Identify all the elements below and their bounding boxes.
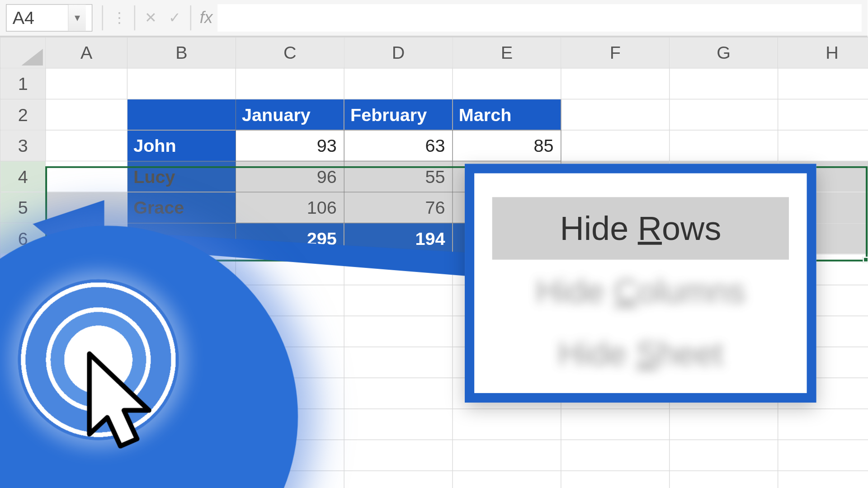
cell[interactable] xyxy=(561,409,670,440)
name-box-value: A4 xyxy=(13,8,65,28)
menu-label-pre: Hide xyxy=(558,335,636,372)
divider xyxy=(134,5,136,30)
menu-label-accel: S xyxy=(636,335,658,372)
row-header-3[interactable]: 3 xyxy=(0,130,46,161)
formula-input[interactable] xyxy=(217,4,862,32)
cell[interactable] xyxy=(344,285,453,316)
confirm-formula-icon[interactable]: ✓ xyxy=(163,9,187,26)
val-lucy-jan[interactable]: 96 xyxy=(236,161,344,192)
row-header-2[interactable]: 2 xyxy=(0,99,46,130)
formula-bar: A4 ▾ ⋮ ✕ ✓ fx xyxy=(0,0,868,37)
cell[interactable] xyxy=(127,68,236,99)
cell[interactable] xyxy=(46,99,127,130)
cell[interactable] xyxy=(344,378,453,409)
hide-menu-popup: Hide Rows Hide Columns Hide Sheet xyxy=(465,164,816,403)
cell[interactable] xyxy=(670,68,778,99)
val-john-jan[interactable]: 93 xyxy=(236,130,344,161)
cell[interactable] xyxy=(344,440,453,471)
cell[interactable] xyxy=(670,409,778,440)
menu-label-post: olumns xyxy=(638,272,745,310)
menu-label-post: ows xyxy=(662,210,721,247)
col-header-a[interactable]: A xyxy=(46,37,127,68)
menu-item-hide-columns[interactable]: Hide Columns xyxy=(492,260,789,322)
cell[interactable] xyxy=(561,68,670,99)
name-box-dropdown-icon[interactable]: ▾ xyxy=(68,5,86,31)
menu-item-hide-rows[interactable]: Hide Rows xyxy=(492,197,789,259)
cell[interactable] xyxy=(46,68,127,99)
cell[interactable] xyxy=(344,254,453,285)
name-lucy[interactable]: Lucy xyxy=(127,161,236,192)
cell[interactable] xyxy=(453,409,561,440)
cell[interactable] xyxy=(778,440,868,471)
cell[interactable] xyxy=(344,471,453,488)
val-grace-jan[interactable]: 106 xyxy=(236,192,344,223)
cell[interactable] xyxy=(344,409,453,440)
col-header-h[interactable]: H xyxy=(778,37,868,68)
cell[interactable] xyxy=(670,130,778,161)
cell[interactable] xyxy=(453,68,561,99)
row-header-1[interactable]: 1 xyxy=(0,68,46,99)
cell[interactable] xyxy=(561,130,670,161)
svg-marker-1 xyxy=(90,354,149,446)
col-header-c[interactable]: C xyxy=(236,37,344,68)
cursor-icon xyxy=(84,351,167,458)
cell[interactable] xyxy=(344,316,453,347)
val-grace-feb[interactable]: 76 xyxy=(344,192,453,223)
cell[interactable] xyxy=(453,440,561,471)
col-header-d[interactable]: D xyxy=(344,37,453,68)
table-header-mar[interactable]: March xyxy=(453,99,561,130)
menu-label-accel: C xyxy=(613,272,637,310)
col-header-g[interactable]: G xyxy=(670,37,778,68)
cell[interactable] xyxy=(236,254,344,285)
cell[interactable] xyxy=(778,130,868,161)
table-header-blank[interactable] xyxy=(127,99,236,130)
menu-label-pre: Hide xyxy=(560,210,637,247)
cell[interactable] xyxy=(778,471,868,488)
cell[interactable] xyxy=(561,471,670,488)
table-header-feb[interactable]: February xyxy=(344,99,453,130)
cell[interactable] xyxy=(561,99,670,130)
name-grace[interactable]: Grace xyxy=(127,192,236,223)
cell[interactable] xyxy=(453,471,561,488)
divider xyxy=(190,5,191,30)
cell[interactable] xyxy=(561,440,670,471)
cell[interactable] xyxy=(344,347,453,378)
val-john-feb[interactable]: 63 xyxy=(344,130,453,161)
cell[interactable] xyxy=(778,99,868,130)
cell[interactable] xyxy=(670,471,778,488)
col-header-b[interactable]: B xyxy=(127,37,236,68)
menu-label-post: heet xyxy=(658,335,723,372)
cell[interactable] xyxy=(778,68,868,99)
more-options-icon[interactable]: ⋮ xyxy=(107,9,131,26)
table-header-jan[interactable]: January xyxy=(236,99,344,130)
col-header-f[interactable]: F xyxy=(561,37,670,68)
total-jan[interactable]: 295 xyxy=(236,223,344,254)
cell[interactable] xyxy=(670,99,778,130)
menu-item-hide-sheet[interactable]: Hide Sheet xyxy=(492,322,789,385)
menu-label-accel: R xyxy=(638,210,662,247)
cell[interactable] xyxy=(778,409,868,440)
val-lucy-feb[interactable]: 55 xyxy=(344,161,453,192)
cell[interactable] xyxy=(344,68,453,99)
col-header-e[interactable]: E xyxy=(453,37,561,68)
cell[interactable] xyxy=(236,68,344,99)
select-all-corner[interactable] xyxy=(0,37,46,68)
menu-label-pre: Hide xyxy=(536,272,613,310)
cell[interactable] xyxy=(46,130,127,161)
name-box[interactable]: A4 ▾ xyxy=(6,4,92,32)
fx-icon[interactable]: fx xyxy=(195,8,217,27)
name-john[interactable]: John xyxy=(127,130,236,161)
val-john-mar[interactable]: 85 xyxy=(453,130,561,161)
cell[interactable] xyxy=(670,440,778,471)
total-feb[interactable]: 194 xyxy=(344,223,453,254)
row-header-5[interactable]: 5 xyxy=(0,192,46,223)
cancel-formula-icon[interactable]: ✕ xyxy=(139,9,163,26)
cell[interactable] xyxy=(46,192,127,223)
divider xyxy=(102,5,103,30)
cell[interactable] xyxy=(46,161,127,192)
row-header-4[interactable]: 4 xyxy=(0,161,46,192)
